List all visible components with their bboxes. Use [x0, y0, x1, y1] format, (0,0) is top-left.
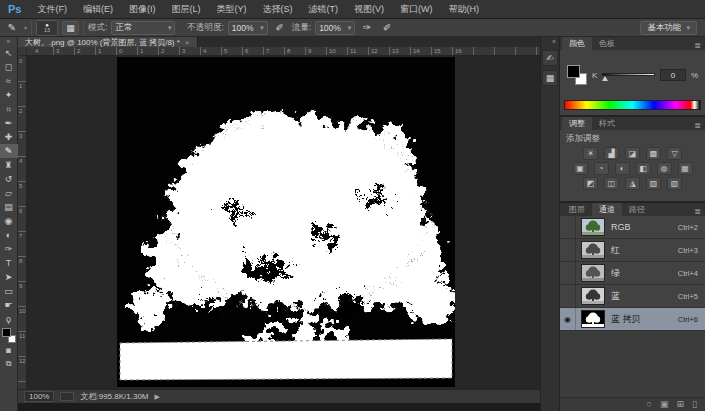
tab-layers[interactable]: 图层: [562, 203, 592, 216]
blend-mode-select[interactable]: 正常 ▾: [111, 21, 175, 35]
quick-mask-button[interactable]: ◙: [0, 343, 18, 357]
tool-preset-arrow-icon[interactable]: ▾: [24, 24, 27, 31]
flow-select[interactable]: 100% ▾: [315, 21, 355, 35]
foreground-color-swatch[interactable]: [2, 328, 11, 337]
brightness-contrast-icon[interactable]: ☀: [583, 147, 598, 160]
ruler-origin[interactable]: [18, 47, 27, 56]
menu-item-4[interactable]: 类型(Y): [208, 3, 254, 16]
menu-item-6[interactable]: 滤镜(T): [300, 3, 346, 16]
tablet-pressure-opacity-icon[interactable]: ✐: [272, 22, 288, 33]
brush-tool[interactable]: ✎: [0, 144, 18, 158]
visibility-toggle[interactable]: [560, 262, 576, 284]
tab-swatches[interactable]: 色板: [592, 37, 622, 50]
crop-tool[interactable]: ⌗: [0, 102, 18, 116]
menu-item-9[interactable]: 帮助(H): [440, 3, 487, 16]
channel-row-blue-copy[interactable]: ◉蓝 拷贝Ctrl+6: [560, 308, 705, 331]
channel-mixer-icon[interactable]: ◍: [657, 162, 672, 175]
foreground-background-swatches[interactable]: [1, 328, 17, 343]
channel-row-red[interactable]: 红Ctrl+3: [560, 239, 705, 262]
foreground-color-swatch[interactable]: [567, 65, 580, 78]
k-slider-thumb[interactable]: [602, 76, 608, 81]
k-value-field[interactable]: 0: [660, 69, 686, 81]
type-tool[interactable]: T: [0, 256, 18, 270]
marquee-tool[interactable]: ◻: [0, 60, 18, 74]
history-brush-tool[interactable]: ↺: [0, 172, 18, 186]
vibrance-icon[interactable]: ▽: [667, 147, 682, 160]
panel-menu-icon[interactable]: ≣: [690, 121, 705, 130]
color-panel-swatches[interactable]: [567, 65, 587, 85]
brush-tool-icon[interactable]: ✎: [4, 22, 20, 33]
airbrush-icon[interactable]: ✑: [359, 22, 375, 33]
clone-stamp-tool[interactable]: ♜: [0, 158, 18, 172]
channel-row-green[interactable]: 绿Ctrl+4: [560, 262, 705, 285]
document-tab[interactable]: 大树。.png @ 100% (背景图层, 蓝 拷贝/8) * ×: [18, 37, 198, 47]
color-spectrum-ramp[interactable]: [564, 100, 701, 110]
delete-channel-button[interactable]: ▯: [692, 400, 697, 409]
visibility-eye-icon[interactable]: ◉: [560, 308, 576, 330]
healing-brush-tool[interactable]: ✚: [0, 130, 18, 144]
move-tool[interactable]: ↖: [0, 46, 18, 60]
save-selection-as-channel-button[interactable]: ▣: [660, 400, 669, 409]
tab-paths[interactable]: 路径: [622, 203, 652, 216]
close-tab-icon[interactable]: ×: [185, 38, 190, 47]
menu-item-0[interactable]: 文件(F): [29, 3, 75, 16]
invert-icon[interactable]: ◩: [583, 177, 598, 190]
horizontal-ruler[interactable]: 4321012345678910111213141516: [27, 47, 540, 56]
tab-color[interactable]: 颜色: [562, 37, 592, 50]
opacity-select[interactable]: 100% ▾: [228, 21, 268, 35]
lasso-tool[interactable]: ≈: [0, 74, 18, 88]
new-channel-button[interactable]: ⊞: [677, 400, 685, 409]
menu-item-3[interactable]: 图层(L): [163, 3, 208, 16]
zoom-level-field[interactable]: 100%: [24, 391, 54, 402]
exposure-icon[interactable]: ▩: [646, 147, 661, 160]
history-panel-button[interactable]: ✍: [542, 50, 558, 66]
path-selection-tool[interactable]: ➤: [0, 270, 18, 284]
visibility-toggle[interactable]: [560, 285, 576, 307]
hand-tool[interactable]: ☛: [0, 298, 18, 312]
channel-row-rgb[interactable]: RGBCtrl+2: [560, 216, 705, 239]
brush-panel-toggle-icon[interactable]: ▦: [62, 21, 79, 35]
photo-filter-icon[interactable]: ◧: [636, 162, 651, 175]
menu-item-2[interactable]: 图像(I): [121, 3, 164, 16]
color-lookup-icon[interactable]: ▦: [678, 162, 693, 175]
hue-saturation-icon[interactable]: ▣: [573, 162, 588, 175]
blur-tool[interactable]: ◉: [0, 214, 18, 228]
panel-menu-icon[interactable]: ≣: [690, 41, 705, 50]
load-channel-selection-button[interactable]: ○: [647, 400, 652, 409]
levels-icon[interactable]: ▟: [604, 147, 619, 160]
tab-adjustments[interactable]: 调整: [562, 117, 592, 130]
brush-preset-picker[interactable]: ● 13: [36, 20, 58, 36]
eyedropper-tool[interactable]: ✒: [0, 116, 18, 130]
menu-item-5[interactable]: 选择(S): [254, 3, 300, 16]
visibility-toggle[interactable]: [560, 239, 576, 261]
eraser-tool[interactable]: ▱: [0, 186, 18, 200]
panel-menu-icon[interactable]: ≣: [690, 207, 705, 216]
quick-selection-tool[interactable]: ✦: [0, 88, 18, 102]
properties-panel-button[interactable]: ▦: [542, 70, 558, 86]
menu-item-8[interactable]: 窗口(W): [392, 3, 441, 16]
k-slider-track[interactable]: [602, 73, 655, 76]
k-slider[interactable]: [602, 69, 655, 81]
status-options-arrow-icon[interactable]: ▶: [155, 393, 160, 401]
workspace-switcher[interactable]: 基本功能 ▾: [640, 21, 697, 35]
menu-item-7[interactable]: 视图(V): [346, 3, 392, 16]
dock-collapse-icon[interactable]: »: [552, 38, 559, 46]
selective-color-icon[interactable]: ▧: [667, 177, 682, 190]
color-balance-icon[interactable]: ◔: [594, 162, 609, 175]
threshold-icon[interactable]: ◮: [625, 177, 640, 190]
vertical-ruler[interactable]: 0123456789101112: [18, 56, 27, 389]
tablet-pressure-size-icon[interactable]: ✐: [379, 22, 395, 33]
toolbar-collapse-icon[interactable]: »: [7, 38, 11, 46]
zoom-tool[interactable]: ϙ: [0, 312, 18, 326]
shape-tool[interactable]: ▭: [0, 284, 18, 298]
visibility-toggle[interactable]: [560, 216, 576, 238]
curves-icon[interactable]: ◪: [625, 147, 640, 160]
menu-item-1[interactable]: 编辑(E): [75, 3, 121, 16]
screen-mode-button[interactable]: ⧉: [0, 357, 18, 371]
posterize-icon[interactable]: ◫: [604, 177, 619, 190]
pen-tool[interactable]: ✑: [0, 242, 18, 256]
tab-styles[interactable]: 样式: [592, 117, 622, 130]
document-canvas[interactable]: [117, 57, 455, 387]
tab-channels[interactable]: 通道: [592, 203, 622, 216]
black-white-icon[interactable]: ◐: [615, 162, 630, 175]
